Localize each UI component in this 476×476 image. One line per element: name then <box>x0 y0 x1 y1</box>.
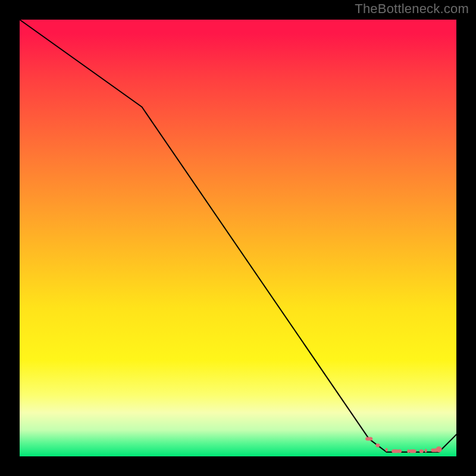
plot-area <box>20 20 456 456</box>
marker-dot <box>375 444 380 447</box>
marker-dot <box>386 448 388 452</box>
marker-dot <box>397 449 402 453</box>
marker-dot <box>419 449 424 453</box>
chart-frame: TheBottleneck.com <box>0 0 476 476</box>
watermark-text: TheBottleneck.com <box>355 1 469 17</box>
marker-dot <box>425 449 427 453</box>
bottleneck-curve-line <box>20 20 456 452</box>
highlight-range-markers <box>365 437 441 453</box>
plot-svg <box>20 20 456 456</box>
marker-dot <box>365 437 372 441</box>
marker-dot <box>409 449 416 453</box>
marker-end-dot <box>436 446 442 452</box>
